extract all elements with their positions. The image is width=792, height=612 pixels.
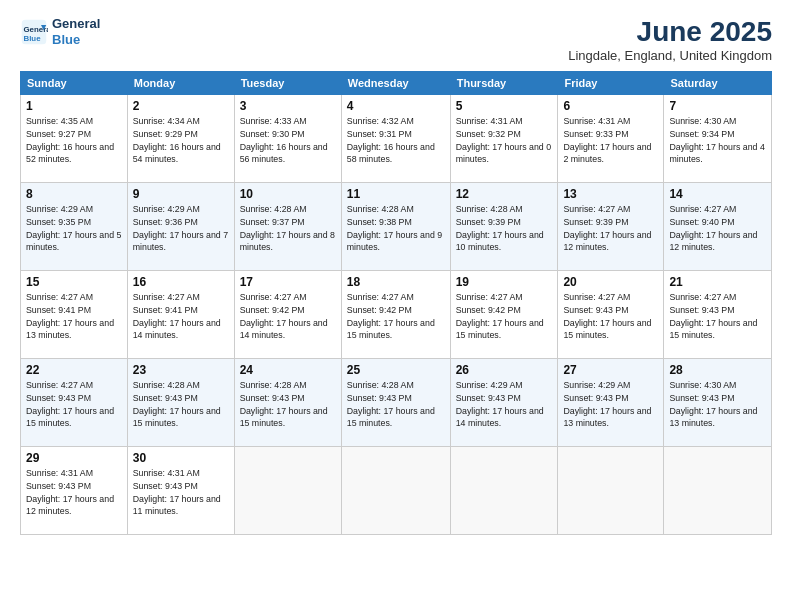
day-info: Sunrise: 4:30 AM Sunset: 9:34 PM Dayligh… [669, 115, 766, 166]
day-info: Sunrise: 4:27 AM Sunset: 9:43 PM Dayligh… [26, 379, 122, 430]
calendar-cell: 27 Sunrise: 4:29 AM Sunset: 9:43 PM Dayl… [558, 359, 664, 447]
calendar-cell [234, 447, 341, 535]
calendar: Sunday Monday Tuesday Wednesday Thursday… [20, 71, 772, 535]
day-info: Sunrise: 4:32 AM Sunset: 9:31 PM Dayligh… [347, 115, 445, 166]
calendar-cell: 3 Sunrise: 4:33 AM Sunset: 9:30 PM Dayli… [234, 95, 341, 183]
day-number: 28 [669, 363, 766, 377]
calendar-cell [558, 447, 664, 535]
calendar-cell: 10 Sunrise: 4:28 AM Sunset: 9:37 PM Dayl… [234, 183, 341, 271]
day-number: 12 [456, 187, 553, 201]
col-monday: Monday [127, 72, 234, 95]
day-info: Sunrise: 4:28 AM Sunset: 9:43 PM Dayligh… [347, 379, 445, 430]
day-info: Sunrise: 4:30 AM Sunset: 9:43 PM Dayligh… [669, 379, 766, 430]
day-info: Sunrise: 4:27 AM Sunset: 9:43 PM Dayligh… [563, 291, 658, 342]
day-number: 17 [240, 275, 336, 289]
day-number: 29 [26, 451, 122, 465]
calendar-cell: 9 Sunrise: 4:29 AM Sunset: 9:36 PM Dayli… [127, 183, 234, 271]
svg-text:Blue: Blue [24, 33, 42, 42]
day-number: 25 [347, 363, 445, 377]
day-number: 13 [563, 187, 658, 201]
month-title: June 2025 [568, 16, 772, 48]
calendar-cell: 26 Sunrise: 4:29 AM Sunset: 9:43 PM Dayl… [450, 359, 558, 447]
day-number: 1 [26, 99, 122, 113]
location: Lingdale, England, United Kingdom [568, 48, 772, 63]
day-number: 8 [26, 187, 122, 201]
day-info: Sunrise: 4:28 AM Sunset: 9:39 PM Dayligh… [456, 203, 553, 254]
calendar-week-row: 29 Sunrise: 4:31 AM Sunset: 9:43 PM Dayl… [21, 447, 772, 535]
calendar-cell: 22 Sunrise: 4:27 AM Sunset: 9:43 PM Dayl… [21, 359, 128, 447]
col-wednesday: Wednesday [341, 72, 450, 95]
day-info: Sunrise: 4:29 AM Sunset: 9:43 PM Dayligh… [563, 379, 658, 430]
logo-icon: General Blue [20, 18, 48, 46]
day-info: Sunrise: 4:29 AM Sunset: 9:35 PM Dayligh… [26, 203, 122, 254]
calendar-week-row: 1 Sunrise: 4:35 AM Sunset: 9:27 PM Dayli… [21, 95, 772, 183]
day-info: Sunrise: 4:29 AM Sunset: 9:36 PM Dayligh… [133, 203, 229, 254]
day-info: Sunrise: 4:35 AM Sunset: 9:27 PM Dayligh… [26, 115, 122, 166]
day-info: Sunrise: 4:27 AM Sunset: 9:43 PM Dayligh… [669, 291, 766, 342]
day-info: Sunrise: 4:28 AM Sunset: 9:43 PM Dayligh… [133, 379, 229, 430]
calendar-cell: 5 Sunrise: 4:31 AM Sunset: 9:32 PM Dayli… [450, 95, 558, 183]
calendar-cell: 16 Sunrise: 4:27 AM Sunset: 9:41 PM Dayl… [127, 271, 234, 359]
day-info: Sunrise: 4:33 AM Sunset: 9:30 PM Dayligh… [240, 115, 336, 166]
title-block: June 2025 Lingdale, England, United King… [568, 16, 772, 63]
day-number: 24 [240, 363, 336, 377]
day-number: 3 [240, 99, 336, 113]
calendar-cell: 18 Sunrise: 4:27 AM Sunset: 9:42 PM Dayl… [341, 271, 450, 359]
header: General Blue General Blue June 2025 Ling… [20, 16, 772, 63]
logo: General Blue General Blue [20, 16, 100, 47]
day-number: 11 [347, 187, 445, 201]
day-number: 22 [26, 363, 122, 377]
day-number: 23 [133, 363, 229, 377]
calendar-cell: 11 Sunrise: 4:28 AM Sunset: 9:38 PM Dayl… [341, 183, 450, 271]
col-tuesday: Tuesday [234, 72, 341, 95]
calendar-cell: 6 Sunrise: 4:31 AM Sunset: 9:33 PM Dayli… [558, 95, 664, 183]
day-number: 7 [669, 99, 766, 113]
calendar-cell: 2 Sunrise: 4:34 AM Sunset: 9:29 PM Dayli… [127, 95, 234, 183]
day-info: Sunrise: 4:27 AM Sunset: 9:41 PM Dayligh… [26, 291, 122, 342]
day-info: Sunrise: 4:27 AM Sunset: 9:42 PM Dayligh… [347, 291, 445, 342]
day-info: Sunrise: 4:28 AM Sunset: 9:37 PM Dayligh… [240, 203, 336, 254]
calendar-cell [664, 447, 772, 535]
calendar-cell: 15 Sunrise: 4:27 AM Sunset: 9:41 PM Dayl… [21, 271, 128, 359]
day-info: Sunrise: 4:28 AM Sunset: 9:38 PM Dayligh… [347, 203, 445, 254]
day-number: 26 [456, 363, 553, 377]
calendar-cell [450, 447, 558, 535]
day-info: Sunrise: 4:27 AM Sunset: 9:42 PM Dayligh… [456, 291, 553, 342]
calendar-cell: 12 Sunrise: 4:28 AM Sunset: 9:39 PM Dayl… [450, 183, 558, 271]
day-number: 6 [563, 99, 658, 113]
day-number: 18 [347, 275, 445, 289]
day-number: 4 [347, 99, 445, 113]
logo-text: General Blue [52, 16, 100, 47]
calendar-cell: 13 Sunrise: 4:27 AM Sunset: 9:39 PM Dayl… [558, 183, 664, 271]
day-info: Sunrise: 4:34 AM Sunset: 9:29 PM Dayligh… [133, 115, 229, 166]
day-info: Sunrise: 4:28 AM Sunset: 9:43 PM Dayligh… [240, 379, 336, 430]
calendar-cell: 14 Sunrise: 4:27 AM Sunset: 9:40 PM Dayl… [664, 183, 772, 271]
day-number: 19 [456, 275, 553, 289]
day-info: Sunrise: 4:27 AM Sunset: 9:42 PM Dayligh… [240, 291, 336, 342]
day-number: 16 [133, 275, 229, 289]
day-info: Sunrise: 4:31 AM Sunset: 9:32 PM Dayligh… [456, 115, 553, 166]
day-number: 14 [669, 187, 766, 201]
calendar-cell: 17 Sunrise: 4:27 AM Sunset: 9:42 PM Dayl… [234, 271, 341, 359]
calendar-cell: 19 Sunrise: 4:27 AM Sunset: 9:42 PM Dayl… [450, 271, 558, 359]
calendar-cell: 21 Sunrise: 4:27 AM Sunset: 9:43 PM Dayl… [664, 271, 772, 359]
day-number: 20 [563, 275, 658, 289]
calendar-cell [341, 447, 450, 535]
day-number: 5 [456, 99, 553, 113]
day-number: 30 [133, 451, 229, 465]
day-info: Sunrise: 4:27 AM Sunset: 9:41 PM Dayligh… [133, 291, 229, 342]
calendar-cell: 4 Sunrise: 4:32 AM Sunset: 9:31 PM Dayli… [341, 95, 450, 183]
col-sunday: Sunday [21, 72, 128, 95]
col-thursday: Thursday [450, 72, 558, 95]
day-info: Sunrise: 4:31 AM Sunset: 9:43 PM Dayligh… [26, 467, 122, 518]
day-number: 27 [563, 363, 658, 377]
calendar-header-row: Sunday Monday Tuesday Wednesday Thursday… [21, 72, 772, 95]
col-friday: Friday [558, 72, 664, 95]
day-number: 15 [26, 275, 122, 289]
day-number: 9 [133, 187, 229, 201]
calendar-cell: 24 Sunrise: 4:28 AM Sunset: 9:43 PM Dayl… [234, 359, 341, 447]
calendar-cell: 28 Sunrise: 4:30 AM Sunset: 9:43 PM Dayl… [664, 359, 772, 447]
calendar-cell: 1 Sunrise: 4:35 AM Sunset: 9:27 PM Dayli… [21, 95, 128, 183]
calendar-cell: 29 Sunrise: 4:31 AM Sunset: 9:43 PM Dayl… [21, 447, 128, 535]
day-info: Sunrise: 4:31 AM Sunset: 9:43 PM Dayligh… [133, 467, 229, 518]
